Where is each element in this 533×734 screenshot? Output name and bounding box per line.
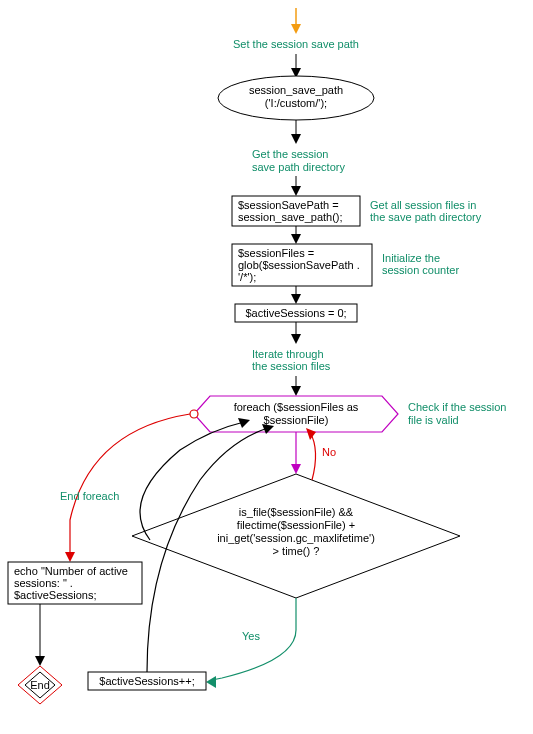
code-glob-l3: '/*'); <box>238 271 256 283</box>
code-cond-l2: filectime($sessionFile) + <box>237 519 355 531</box>
code-cond-l3: ini_get('session.gc_maxlifetime') <box>217 532 375 544</box>
code-assign-path-l2: session_save_path(); <box>238 211 343 223</box>
annot-get-path-l2: save path directory <box>252 161 345 173</box>
annot-init-counter-l1: Initialize the <box>382 252 440 264</box>
code-echo-l3: $activeSessions; <box>14 589 97 601</box>
svg-marker-24 <box>35 656 45 666</box>
code-glob-l2: glob($sessionSavePath . <box>238 259 360 271</box>
svg-marker-19 <box>206 676 216 688</box>
code-cond-l1: is_file($sessionFile) && <box>239 506 354 518</box>
annot-end-foreach: End foreach <box>60 490 119 502</box>
svg-marker-9 <box>291 234 301 244</box>
annot-set-path: Set the session save path <box>233 38 359 50</box>
svg-marker-5 <box>291 134 301 144</box>
label-no: No <box>322 446 336 458</box>
annot-check-valid-l2: file is valid <box>408 414 459 426</box>
label-yes: Yes <box>242 630 260 642</box>
code-end: End <box>30 679 50 691</box>
code-session-save-path-l2: ('I:/custom/'); <box>265 97 327 109</box>
code-echo-l1: echo "Number of active <box>14 565 128 577</box>
svg-marker-1 <box>291 24 301 34</box>
code-session-save-path-l1: session_save_path <box>249 84 343 96</box>
code-foreach-l2: $sessionFile) <box>264 414 329 426</box>
code-cond-l4: > time() ? <box>273 545 320 557</box>
code-init-zero: $activeSessions = 0; <box>245 307 346 319</box>
code-echo-l2: sessions: " . <box>14 577 73 589</box>
annot-iterate-l2: the session files <box>252 360 331 372</box>
annot-check-valid-l1: Check if the session <box>408 401 506 413</box>
annot-all-files-l1: Get all session files in <box>370 199 476 211</box>
code-glob-l1: $sessionFiles = <box>238 247 314 259</box>
annot-get-path-l1: Get the session <box>252 148 328 160</box>
foreach-exit-port <box>190 410 198 418</box>
svg-marker-11 <box>291 294 301 304</box>
svg-marker-17 <box>291 464 301 474</box>
code-assign-path-l1: $sessionSavePath = <box>238 199 339 211</box>
svg-marker-15 <box>291 386 301 396</box>
code-increment: $activeSessions++; <box>99 675 194 687</box>
svg-marker-22 <box>65 552 75 562</box>
annot-iterate-l1: Iterate through <box>252 348 324 360</box>
svg-marker-13 <box>291 334 301 344</box>
annot-all-files-l2: the save path directory <box>370 211 482 223</box>
code-foreach-l1: foreach ($sessionFiles as <box>234 401 359 413</box>
svg-marker-7 <box>291 186 301 196</box>
annot-init-counter-l2: session counter <box>382 264 459 276</box>
